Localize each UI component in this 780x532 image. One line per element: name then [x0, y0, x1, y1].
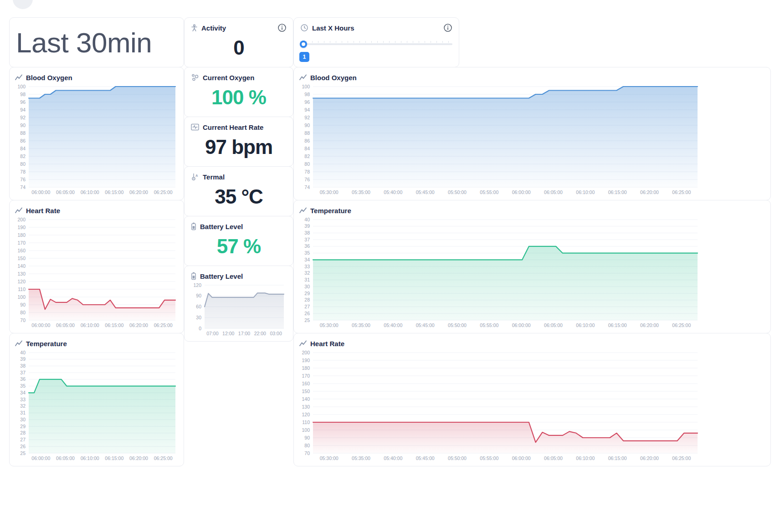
svg-text:27: 27 [20, 437, 26, 442]
svg-text:94: 94 [304, 107, 310, 113]
slider-label: Last X Hours [312, 24, 354, 32]
svg-text:06:10:00: 06:10:00 [81, 455, 99, 461]
svg-text:05:50:00: 05:50:00 [448, 455, 467, 461]
chart-title: Blood Oxygen [310, 74, 357, 82]
svg-text:06:00:00: 06:00:00 [512, 189, 531, 195]
svg-text:130: 130 [17, 271, 26, 276]
last-x-hours-card: Last X Hours 1 [293, 17, 459, 67]
svg-text:180: 180 [302, 365, 310, 371]
svg-text:06:15:00: 06:15:00 [105, 455, 123, 461]
svg-text:120: 120 [193, 282, 201, 288]
svg-text:06:00:00: 06:00:00 [31, 322, 50, 328]
svg-text:06:05:00: 06:05:00 [56, 189, 75, 195]
svg-text:29: 29 [20, 424, 26, 429]
slider-track[interactable] [300, 43, 452, 45]
svg-text:36: 36 [304, 243, 310, 249]
slider-tick-marks [300, 41, 452, 43]
svg-text:92: 92 [304, 115, 310, 120]
svg-text:110: 110 [18, 286, 26, 292]
svg-text:30: 30 [196, 315, 201, 320]
svg-text:90: 90 [20, 302, 26, 307]
right-column: Last X Hours 1 Blood Oxygen 100989694929… [293, 17, 771, 466]
termal-card: A Termal 35 °C [184, 166, 293, 216]
svg-text:32: 32 [20, 403, 26, 409]
termal-value: 35 °C [191, 182, 287, 211]
stat-label: Current Heart Rate [203, 123, 263, 131]
heart-chart-icon [191, 123, 199, 131]
svg-text:06:15:00: 06:15:00 [608, 455, 627, 461]
svg-text:82: 82 [20, 153, 26, 159]
left-column: Last 30min Blood Oxygen 1009896949290888… [9, 17, 184, 466]
svg-text:100: 100 [302, 84, 310, 89]
svg-text:37: 37 [20, 370, 26, 375]
activity-card: Activity 0 [184, 17, 293, 67]
svg-text:06:15:00: 06:15:00 [608, 322, 627, 328]
svg-text:06:20:00: 06:20:00 [129, 455, 148, 461]
svg-text:25: 25 [304, 317, 310, 323]
svg-text:38: 38 [304, 230, 310, 235]
avatar[interactable] [13, 0, 33, 9]
svg-text:05:35:00: 05:35:00 [352, 189, 370, 195]
temperature-chart-1h: 4039383736353433323130292827262505:30:00… [299, 216, 700, 329]
info-icon[interactable] [443, 23, 452, 32]
svg-text:A: A [195, 174, 198, 178]
stat-label: Battery Level [200, 223, 243, 230]
page-title: Last 30min [16, 26, 152, 59]
svg-text:94: 94 [20, 107, 26, 113]
info-icon[interactable] [277, 23, 287, 32]
svg-text:05:40:00: 05:40:00 [384, 455, 402, 461]
svg-text:12:00: 12:00 [222, 331, 234, 336]
svg-text:74: 74 [20, 184, 26, 190]
svg-text:98: 98 [304, 92, 310, 97]
hours-slider: 1 [300, 41, 452, 64]
svg-text:05:55:00: 05:55:00 [480, 322, 498, 328]
svg-text:06:25:00: 06:25:00 [672, 322, 691, 328]
heart-rate-chart-30min: 2001901801701601501401301201101009080700… [15, 216, 178, 329]
svg-text:33: 33 [20, 397, 26, 402]
svg-text:88: 88 [304, 130, 310, 136]
svg-text:160: 160 [302, 381, 310, 386]
svg-text:06:25:00: 06:25:00 [154, 322, 173, 328]
svg-text:84: 84 [304, 146, 310, 151]
svg-text:05:30:00: 05:30:00 [320, 322, 339, 328]
svg-text:06:20:00: 06:20:00 [129, 322, 148, 328]
svg-text:05:55:00: 05:55:00 [480, 189, 498, 195]
middle-column: Activity 0 Current Oxygen 100 % Current … [184, 17, 293, 342]
line-chart-icon [15, 207, 22, 214]
stat-label: Activity [201, 24, 226, 32]
svg-text:130: 130 [302, 404, 310, 409]
battery-level-card: Battery Level 57 % [184, 216, 293, 266]
clock-icon [300, 24, 308, 32]
battery-icon [191, 222, 196, 230]
svg-text:05:40:00: 05:40:00 [384, 322, 402, 328]
svg-text:06:20:00: 06:20:00 [640, 455, 659, 461]
svg-text:06:05:00: 06:05:00 [544, 189, 563, 195]
svg-text:28: 28 [20, 430, 26, 435]
battery-history-card: Battery Level 120906030007:0012:0017:002… [184, 266, 293, 342]
svg-text:110: 110 [302, 419, 310, 425]
svg-text:150: 150 [302, 389, 310, 394]
svg-text:29: 29 [304, 291, 310, 296]
svg-text:06:00:00: 06:00:00 [31, 189, 50, 195]
svg-text:150: 150 [17, 256, 26, 261]
svg-text:76: 76 [20, 177, 26, 182]
chart-card-blood-oxygen-1h: Blood Oxygen 100989694929088868482807876… [293, 67, 771, 200]
slider-handle[interactable] [300, 41, 307, 48]
line-chart-icon [15, 340, 22, 347]
svg-text:170: 170 [17, 240, 26, 246]
svg-text:86: 86 [304, 138, 310, 143]
battery-level-value: 57 % [191, 232, 287, 261]
svg-text:06:10:00: 06:10:00 [576, 189, 595, 195]
svg-text:06:15:00: 06:15:00 [105, 189, 123, 195]
svg-text:140: 140 [17, 263, 26, 269]
svg-text:05:35:00: 05:35:00 [352, 455, 370, 461]
svg-text:05:40:00: 05:40:00 [384, 189, 402, 195]
svg-text:28: 28 [304, 297, 310, 302]
line-chart-icon [299, 207, 307, 214]
temperature-chart-30min: 4039383736353433323130292827262506:00:00… [15, 349, 178, 462]
svg-text:06:10:00: 06:10:00 [576, 322, 595, 328]
svg-text:84: 84 [20, 146, 26, 151]
activity-value: 0 [191, 33, 287, 62]
svg-text:88: 88 [20, 130, 26, 136]
svg-text:90: 90 [304, 123, 310, 128]
